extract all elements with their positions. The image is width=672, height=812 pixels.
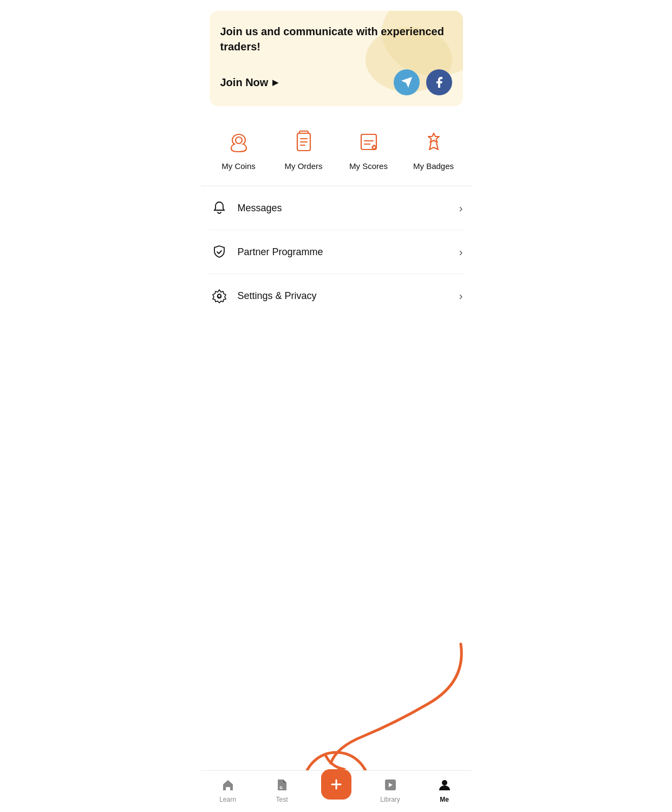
badges-icon: [420, 128, 448, 156]
community-banner: Join us and communicate with experienced…: [210, 11, 463, 106]
my-scores-action[interactable]: My Scores: [336, 128, 401, 171]
join-now-button[interactable]: Join Now ▶: [220, 76, 279, 89]
facebook-icon: [433, 76, 446, 89]
nav-library-label: Library: [380, 796, 400, 803]
nav-add[interactable]: [309, 780, 363, 800]
telegram-icon: [400, 76, 413, 89]
svg-point-11: [442, 780, 447, 785]
messages-arrow-icon: ›: [459, 202, 463, 215]
nav-me[interactable]: Me: [417, 776, 472, 803]
banner-title: Join us and communicate with experienced…: [220, 24, 452, 54]
add-button[interactable]: [321, 769, 351, 800]
my-badges-action[interactable]: My Badges: [401, 128, 466, 171]
coins-icon: [225, 128, 253, 156]
svg-point-4: [373, 146, 376, 149]
messages-label: Messages: [238, 203, 459, 214]
settings-label: Settings & Privacy: [238, 290, 459, 302]
bottom-spacer: [201, 317, 472, 361]
my-orders-action[interactable]: My Orders: [271, 128, 336, 171]
home-icon: [219, 776, 237, 794]
partner-arrow-icon: ›: [459, 246, 463, 258]
telegram-button[interactable]: [394, 69, 420, 95]
nav-test[interactable]: Test: [255, 776, 309, 803]
messages-menu-item[interactable]: Messages ›: [210, 186, 463, 230]
svg-marker-5: [213, 290, 226, 303]
join-arrow-icon: ▶: [272, 78, 278, 87]
nav-me-label: Me: [440, 796, 449, 803]
partner-menu-item[interactable]: Partner Programme ›: [210, 230, 463, 274]
library-icon: [382, 776, 399, 794]
my-coins-action[interactable]: My Coins: [206, 128, 271, 171]
social-icons-group: [394, 69, 452, 95]
coins-label: My Coins: [221, 161, 256, 171]
partner-label: Partner Programme: [238, 246, 459, 258]
bottom-navigation: Learn Test Library: [201, 770, 472, 812]
quick-actions-grid: My Coins My Orders My Scores: [201, 117, 472, 181]
shield-check-icon: [210, 242, 229, 262]
settings-menu-item[interactable]: Settings & Privacy ›: [210, 274, 463, 317]
svg-rect-3: [361, 134, 376, 150]
menu-list: Messages › Partner Programme › Settings …: [201, 186, 472, 317]
settings-arrow-icon: ›: [459, 290, 463, 302]
banner-bottom: Join Now ▶: [220, 69, 452, 95]
orders-icon: [290, 128, 318, 156]
settings-icon: [210, 286, 229, 306]
orders-label: My Orders: [284, 161, 322, 171]
plus-icon: [329, 777, 344, 792]
test-icon: [273, 776, 291, 794]
join-now-label: Join Now: [220, 76, 269, 89]
badges-label: My Badges: [413, 161, 454, 171]
scores-label: My Scores: [349, 161, 388, 171]
bell-icon: [210, 198, 229, 218]
nav-learn[interactable]: Learn: [201, 776, 255, 803]
nav-test-label: Test: [276, 796, 288, 803]
nav-learn-label: Learn: [219, 796, 236, 803]
facebook-button[interactable]: [426, 69, 452, 95]
nav-library[interactable]: Library: [363, 776, 417, 803]
person-icon: [436, 776, 453, 794]
scores-icon: [355, 128, 383, 156]
